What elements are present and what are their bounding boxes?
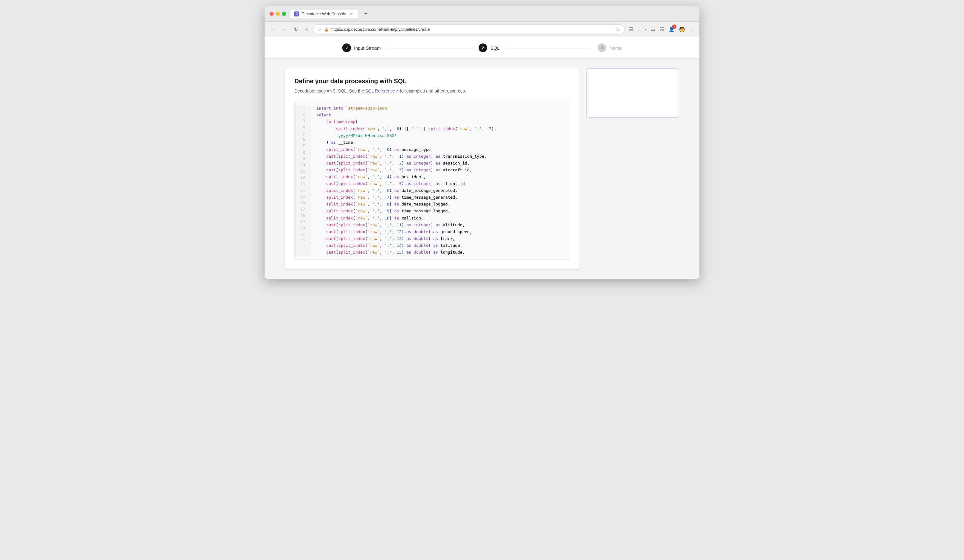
code-editor[interactable]: 1 2 3 4 5 6 7 8 9 10 11 12 13 — [295, 101, 570, 260]
ln-12: 12 — [300, 174, 305, 181]
home-button[interactable]: ⌂ — [303, 26, 309, 34]
ln-15: 15 — [300, 193, 305, 200]
ln-5: 5 — [300, 130, 305, 136]
code-line-11: split_index(`raw`, ',', 4) as hex_ident, — [316, 174, 564, 180]
ln-10: 10 — [300, 162, 305, 168]
description-text: Decodable uses ANSI SQL. See the — [295, 88, 365, 93]
browser-window: D Decodable Web Console ✕ + ← → ↻ ⌂ 🛡 🔒 … — [265, 6, 699, 279]
code-line-17: split_index(`raw`, ',', 10) as callsign, — [316, 215, 564, 222]
ln-7: 7 — [300, 143, 305, 149]
page-content: ✓ Input Stream 2 SQL 3 Name Define your … — [265, 37, 699, 279]
code-line-15: split_index(`raw`, ',', 8) as date_messa… — [316, 201, 564, 208]
code-line-22: cast(split_index(`raw`, ',', 15) as doub… — [316, 249, 564, 256]
step-1-label: Input Stream — [354, 45, 381, 50]
code-line-16: split_index(`raw`, ',', 9) as time_messa… — [316, 208, 564, 214]
code-lines: insert into `stream-adsb-json` select to… — [310, 105, 570, 256]
ln-3: 3 — [300, 118, 305, 124]
code-content: 1 2 3 4 5 6 7 8 9 10 11 12 13 — [295, 101, 570, 260]
menu-button[interactable]: ⋮ — [688, 25, 696, 34]
shield-icon: 🛡 — [318, 27, 321, 32]
code-line-19: cast(split_index(`raw`, ',', 12) as doub… — [316, 229, 564, 235]
ln-13: 13 — [300, 181, 305, 187]
ln-11: 11 — [300, 168, 305, 174]
tab-close-button[interactable]: ✕ — [349, 11, 354, 16]
right-panel-box — [586, 68, 679, 118]
ln-9: 9 — [300, 156, 305, 162]
ln-20: 20 — [300, 225, 305, 231]
ln-1: 1 — [300, 105, 305, 111]
code-line-9: cast(split_index(`raw`, ',', 2) as integ… — [316, 160, 564, 167]
notification-badge: 4 — [672, 24, 676, 29]
tab-favicon: D — [294, 11, 299, 16]
grid-button[interactable]: ☷ — [658, 25, 665, 34]
code-line-18: cast(split_index(`raw`, ',', 11) as inte… — [316, 222, 564, 229]
code-line-3: to_timestamp( — [316, 118, 564, 125]
main-content: Define your data processing with SQL Dec… — [265, 58, 699, 279]
code-line-20: cast(split_index(`raw`, ',', 13) as doub… — [316, 235, 564, 242]
back-button[interactable]: ← — [268, 26, 277, 34]
step-connector-2 — [506, 48, 591, 48]
ln-2: 2 — [300, 111, 305, 117]
ln-14: 14 — [300, 187, 305, 193]
step-1: ✓ Input Stream — [342, 44, 381, 52]
step-3-circle: 3 — [598, 44, 606, 52]
address-bar-container: 🛡 🔒 ☆ — [313, 24, 625, 34]
panel-description: Decodable uses ANSI SQL. See the SQL Ref… — [295, 88, 570, 93]
downloads-button[interactable]: ↓ — [636, 26, 641, 34]
traffic-lights — [270, 12, 286, 16]
account-button[interactable]: 🧑 — [677, 25, 686, 34]
code-line-4: split_index(`raw`, ',', 6) || ' ' || spl… — [316, 125, 564, 132]
step-2-circle: 2 — [479, 44, 487, 52]
step-3: 3 Name — [598, 44, 622, 52]
toolbar-icons: ☰ ↓ ▪ ▭ ☷ 👤 4 🧑 ⋮ — [628, 25, 696, 34]
sql-panel: Define your data processing with SQL Dec… — [285, 68, 580, 269]
stats-button[interactable]: ▪ — [643, 26, 648, 34]
ln-21: 21 — [300, 232, 305, 238]
code-line-6: ) as __time, — [316, 139, 564, 146]
code-line-13: split_index(`raw`, ',', 6) as date_messa… — [316, 187, 564, 194]
sql-reference-link[interactable]: SQL Reference↗ — [365, 88, 400, 93]
step-2: 2 SQL — [479, 44, 500, 52]
browser-toolbar: ← → ↻ ⌂ 🛡 🔒 ☆ ☰ ↓ ▪ ▭ ☷ 👤 4 🧑 ⋮ — [265, 22, 699, 37]
close-button[interactable] — [270, 12, 274, 16]
code-line-21: cast(split_index(`raw`, ',', 14) as doub… — [316, 242, 564, 249]
maximize-button[interactable] — [282, 12, 286, 16]
tab-label: Decodable Web Console — [301, 11, 346, 16]
description-suffix: for examples and other resources. — [400, 88, 466, 93]
ln-6: 6 — [300, 136, 305, 143]
bookmark-button[interactable]: ☆ — [616, 26, 620, 32]
browser-tab[interactable]: D Decodable Web Console ✕ — [290, 10, 358, 18]
lock-icon: 🔒 — [324, 27, 329, 32]
ln-16: 16 — [300, 200, 305, 206]
code-line-2: select — [316, 112, 564, 118]
step-1-circle: ✓ — [342, 44, 351, 52]
profile-button[interactable]: 👤 4 — [667, 25, 676, 34]
panel-title: Define your data processing with SQL — [295, 78, 570, 85]
stepper-bar: ✓ Input Stream 2 SQL 3 Name — [265, 37, 699, 58]
right-panel — [586, 68, 679, 269]
new-tab-button[interactable]: + — [362, 9, 370, 18]
stepper: ✓ Input Stream 2 SQL 3 Name — [342, 44, 622, 52]
sidebar-button[interactable]: ▭ — [650, 25, 656, 34]
code-line-10: cast(split_index(`raw`, ',', 3) as integ… — [316, 167, 564, 174]
code-line-14: split_index(`raw`, ',', 7) as time_messa… — [316, 194, 564, 201]
ln-4: 4 — [300, 124, 305, 130]
ln-22: 22 — [300, 238, 305, 244]
address-bar[interactable] — [331, 27, 613, 32]
ln-18: 18 — [300, 213, 305, 219]
extensions-button[interactable]: ☰ — [628, 25, 635, 34]
browser-titlebar: D Decodable Web Console ✕ + — [265, 6, 699, 22]
step-connector-1 — [387, 48, 472, 48]
code-line-7: split_index(`raw`, ',', 0) as message_ty… — [316, 146, 564, 153]
line-numbers: 1 2 3 4 5 6 7 8 9 10 11 12 13 — [295, 105, 310, 256]
code-line-12: cast(split_index(`raw`, ',', 5) as integ… — [316, 180, 564, 187]
ln-17: 17 — [300, 206, 305, 212]
code-line-8: cast(split_index(`raw`, ',', 1) as integ… — [316, 153, 564, 160]
code-line-5: 'yyyy/MM/dd HH:mm:ss.SSS' — [316, 132, 564, 139]
minimize-button[interactable] — [276, 12, 280, 16]
step-2-label: SQL — [490, 45, 500, 50]
code-line-1: insert into `stream-adsb-json` — [316, 105, 564, 112]
refresh-button[interactable]: ↻ — [292, 25, 300, 34]
forward-button[interactable]: → — [280, 26, 289, 34]
step-3-label: Name — [609, 45, 622, 50]
